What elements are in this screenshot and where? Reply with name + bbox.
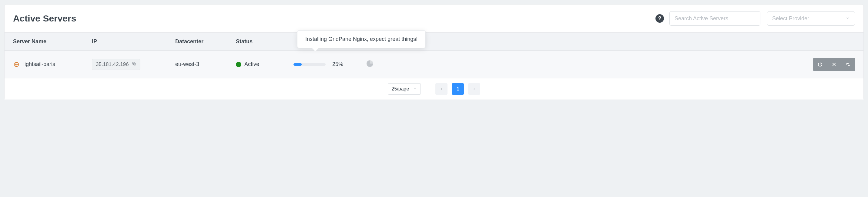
pager: 1 xyxy=(435,83,480,95)
delete-button[interactable] xyxy=(827,58,841,71)
progress-tooltip: Installing GridPane Nginx, expect great … xyxy=(297,30,426,48)
card-header: Active Servers ? Select Provider xyxy=(4,5,864,32)
status-dot-icon xyxy=(236,62,241,67)
ip-value: 35.181.42.196 xyxy=(96,62,129,68)
power-button[interactable] xyxy=(813,58,827,71)
help-icon[interactable]: ? xyxy=(655,14,664,23)
page-size-label: 25/page xyxy=(392,86,409,92)
server-name[interactable]: lightsail-paris xyxy=(23,61,55,68)
copy-icon[interactable] xyxy=(132,62,136,68)
datacenter-value: eu-west-3 xyxy=(175,61,236,68)
table-footer: 25/page 1 xyxy=(4,78,864,100)
col-header-server: Server Name xyxy=(13,38,92,45)
col-header-ip: IP xyxy=(92,38,175,45)
provider-select[interactable]: Select Provider xyxy=(767,11,855,26)
lightsail-icon xyxy=(13,61,20,68)
progress-bar xyxy=(293,63,326,66)
chevron-down-icon xyxy=(845,15,850,22)
active-servers-card: Active Servers ? Select Provider Server … xyxy=(4,4,864,100)
settings-button[interactable] xyxy=(841,58,855,71)
progress-fill xyxy=(293,63,302,66)
col-header-status: Status xyxy=(236,38,293,45)
provider-select-label: Select Provider xyxy=(772,15,809,22)
pie-chart-icon[interactable] xyxy=(366,60,374,69)
pager-page-1[interactable]: 1 xyxy=(452,83,464,95)
progress-percent: 25% xyxy=(332,61,343,68)
pager-prev[interactable] xyxy=(435,83,447,95)
table-header-row: Server Name IP Datacenter Status Install… xyxy=(4,32,864,50)
status-label: Active xyxy=(244,61,259,68)
search-input[interactable] xyxy=(670,11,761,26)
table-row: lightsail-paris 35.181.42.196 eu-west-3 … xyxy=(4,50,864,78)
pager-next[interactable] xyxy=(468,83,480,95)
page-size-select[interactable]: 25/page xyxy=(388,83,421,95)
page-title: Active Servers xyxy=(13,13,655,24)
col-header-datacenter: Datacenter xyxy=(175,38,236,45)
ip-chip[interactable]: 35.181.42.196 xyxy=(92,59,141,70)
chevron-down-icon xyxy=(413,86,417,92)
